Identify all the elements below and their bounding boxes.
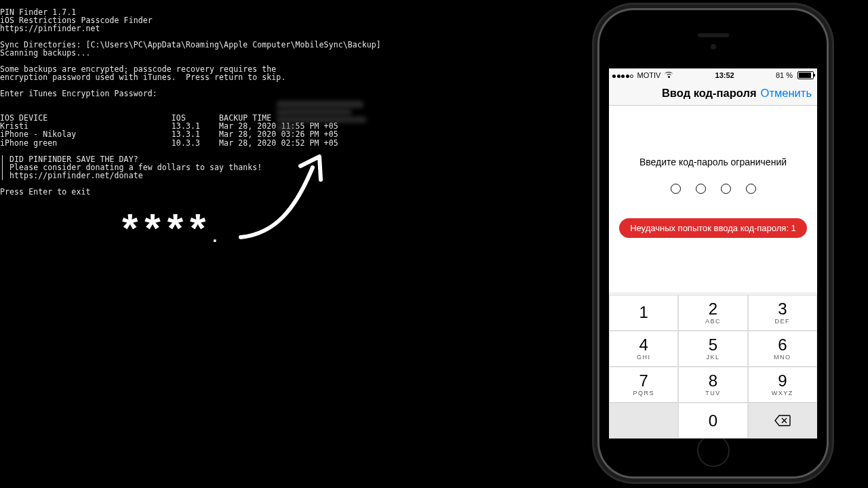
redacted-row1 xyxy=(277,109,351,115)
front-camera-icon xyxy=(711,44,716,49)
carrier: MOTIV xyxy=(637,71,661,79)
page-title: Ввод код-пароля xyxy=(662,87,757,100)
battery-pct: 81 % xyxy=(776,71,793,79)
number-keypad: 1 2ABC 3DEF 4GHI 5JKL 6MNO 7PQRS 8TUV 9W… xyxy=(609,295,817,439)
key-3[interactable]: 3DEF xyxy=(748,295,817,331)
key-7[interactable]: 7PQRS xyxy=(609,367,678,403)
key-9[interactable]: 9WXYZ xyxy=(748,367,817,403)
key-2[interactable]: 2ABC xyxy=(678,295,747,331)
error-badge: Неудачных попыток ввода код-пароля: 1 xyxy=(619,218,807,238)
key-1[interactable]: 1 xyxy=(609,295,678,331)
key-0[interactable]: 0 xyxy=(678,403,747,439)
redacted-header xyxy=(277,101,363,108)
speaker-icon xyxy=(698,33,729,37)
screen: MOTIV 13:52 81 % Ввод код-пароля Отменит… xyxy=(609,68,817,439)
iphone-frame: MOTIV 13:52 81 % Ввод код-пароля Отменит… xyxy=(599,10,827,476)
home-button[interactable] xyxy=(697,434,730,467)
redacted-row2 xyxy=(277,117,366,123)
status-time: 13:52 xyxy=(715,71,734,79)
key-6[interactable]: 6MNO xyxy=(748,331,817,367)
masked-passcode: ****. xyxy=(122,205,217,251)
key-blank-left xyxy=(609,403,678,439)
backspace-icon xyxy=(774,415,791,426)
key-8[interactable]: 8TUV xyxy=(678,367,747,403)
nav-bar: Ввод код-пароля Отменить xyxy=(609,81,817,106)
wifi-icon xyxy=(665,72,673,78)
passcode-prompt: Введите код-пароль ограничений xyxy=(609,157,817,167)
cancel-button[interactable]: Отменить xyxy=(761,87,812,100)
signal-dots-icon xyxy=(612,71,635,79)
passcode-pips xyxy=(609,184,817,194)
redacted-row3 xyxy=(277,125,296,131)
key-4[interactable]: 4GHI xyxy=(609,331,678,367)
key-backspace[interactable] xyxy=(748,403,817,439)
arrow-pointer-icon xyxy=(234,152,332,244)
battery-icon xyxy=(797,71,814,79)
status-bar: MOTIV 13:52 81 % xyxy=(609,68,817,81)
key-5[interactable]: 5JKL xyxy=(678,331,747,367)
